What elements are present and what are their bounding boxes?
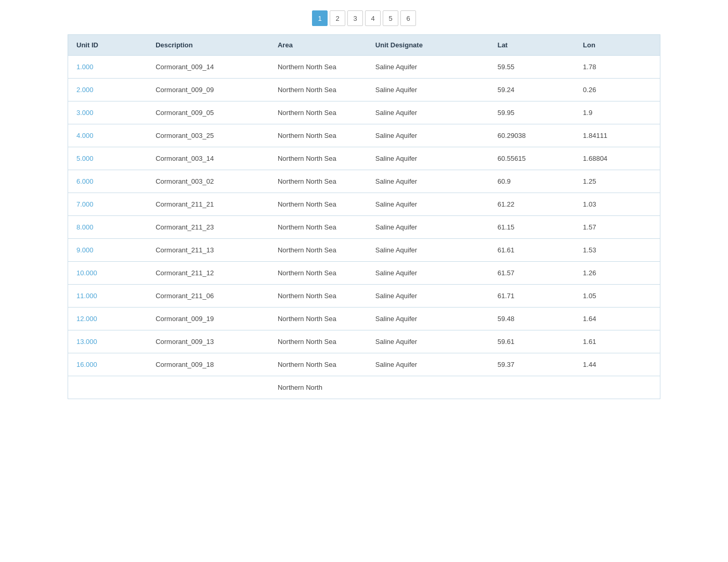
- cell-lat: 59.37: [489, 353, 575, 376]
- unit-id-link[interactable]: 2.000: [76, 86, 94, 94]
- page-button-3[interactable]: 3: [347, 10, 363, 26]
- page-button-2[interactable]: 2: [330, 10, 345, 26]
- cell-unit-id: 16.000: [68, 353, 148, 376]
- table-row: 1.000Cormorant_009_14Northern North SeaS…: [68, 56, 660, 79]
- cell-lon: 0.26: [575, 79, 660, 101]
- cell-description: Cormorant_009_09: [147, 79, 269, 101]
- cell-description: Cormorant_009_05: [147, 101, 269, 124]
- page-button-1[interactable]: 1: [312, 10, 328, 26]
- unit-id-link[interactable]: 5.000: [76, 155, 94, 162]
- unit-id-link[interactable]: 6.000: [76, 177, 94, 185]
- page-button-5[interactable]: 5: [383, 10, 398, 26]
- col-header-description: Description: [147, 35, 269, 56]
- page-button-4[interactable]: 4: [365, 10, 381, 26]
- table-row: 13.000Cormorant_009_13Northern North Sea…: [68, 330, 660, 353]
- table-row: 7.000Cormorant_211_21Northern North SeaS…: [68, 193, 660, 216]
- cell-lat: 61.22: [489, 193, 575, 216]
- cell-unit-id: 13.000: [68, 330, 148, 353]
- cell-lat: 61.57: [489, 262, 575, 285]
- cell-unit-id: 10.000: [68, 262, 148, 285]
- unit-id-link[interactable]: 8.000: [76, 223, 94, 231]
- cell-lat: 59.61: [489, 330, 575, 353]
- unit-id-link[interactable]: 10.000: [76, 269, 97, 277]
- cell-unit-designate: Saline Aquifer: [367, 147, 489, 170]
- table-row: 2.000Cormorant_009_09Northern North SeaS…: [68, 79, 660, 101]
- cell-lat: 59.48: [489, 308, 575, 330]
- cell-unit-designate: Saline Aquifer: [367, 353, 489, 376]
- col-header-unit-id: Unit ID: [68, 35, 148, 56]
- cell-lat: 60.29038: [489, 124, 575, 147]
- cell-unit-id: 3.000: [68, 101, 148, 124]
- cell-unit-designate: Saline Aquifer: [367, 124, 489, 147]
- cell-area: Northern North Sea: [269, 170, 367, 193]
- table-row: 8.000Cormorant_211_23Northern North SeaS…: [68, 216, 660, 239]
- cell-unit-designate: Saline Aquifer: [367, 285, 489, 308]
- unit-id-link[interactable]: 12.000: [76, 315, 97, 323]
- pagination: 123456: [68, 10, 660, 26]
- cell-lon: 1.44: [575, 353, 660, 376]
- cell-unit-designate: Saline Aquifer: [367, 170, 489, 193]
- page-button-6[interactable]: 6: [400, 10, 416, 26]
- unit-id-link[interactable]: 7.000: [76, 200, 94, 208]
- cell-description: Cormorant_211_13: [147, 239, 269, 262]
- cell-unit-designate: Saline Aquifer: [367, 193, 489, 216]
- cell-lon: 1.61: [575, 330, 660, 353]
- col-header-unit-designate: Unit Designate: [367, 35, 489, 56]
- cell-area: Northern North Sea: [269, 147, 367, 170]
- cell-lon: [575, 376, 660, 399]
- cell-description: [147, 376, 269, 399]
- cell-lon: 1.05: [575, 285, 660, 308]
- cell-lat: 59.55: [489, 56, 575, 79]
- cell-description: Cormorant_009_13: [147, 330, 269, 353]
- cell-description: Cormorant_211_06: [147, 285, 269, 308]
- col-header-lon: Lon: [575, 35, 660, 56]
- unit-id-link[interactable]: 13.000: [76, 338, 97, 346]
- cell-unit-id: 4.000: [68, 124, 148, 147]
- unit-id-link[interactable]: 3.000: [76, 109, 94, 117]
- cell-area: Northern North Sea: [269, 262, 367, 285]
- cell-lon: 1.26: [575, 262, 660, 285]
- cell-description: Cormorant_211_23: [147, 216, 269, 239]
- cell-lon: 1.25: [575, 170, 660, 193]
- cell-description: Cormorant_211_21: [147, 193, 269, 216]
- unit-id-link[interactable]: 1.000: [76, 63, 94, 71]
- cell-area: Northern North: [269, 376, 367, 399]
- cell-unit-designate: Saline Aquifer: [367, 239, 489, 262]
- unit-id-link[interactable]: 16.000: [76, 361, 97, 368]
- unit-id-link[interactable]: 11.000: [76, 292, 97, 300]
- cell-area: Northern North Sea: [269, 79, 367, 101]
- cell-area: Northern North Sea: [269, 330, 367, 353]
- cell-unit-id: 6.000: [68, 170, 148, 193]
- cell-area: Northern North Sea: [269, 353, 367, 376]
- unit-id-link[interactable]: 4.000: [76, 132, 94, 139]
- cell-area: Northern North Sea: [269, 285, 367, 308]
- table-row: 10.000Cormorant_211_12Northern North Sea…: [68, 262, 660, 285]
- table-row: 9.000Cormorant_211_13Northern North SeaS…: [68, 239, 660, 262]
- cell-area: Northern North Sea: [269, 56, 367, 79]
- cell-lat: [489, 376, 575, 399]
- cell-description: Cormorant_003_25: [147, 124, 269, 147]
- cell-unit-designate: Saline Aquifer: [367, 262, 489, 285]
- cell-unit-id: 12.000: [68, 308, 148, 330]
- col-header-lat: Lat: [489, 35, 575, 56]
- cell-lon: 1.84111: [575, 124, 660, 147]
- cell-area: Northern North Sea: [269, 308, 367, 330]
- data-table: Unit ID Description Area Unit Designate …: [68, 34, 660, 399]
- cell-description: Cormorant_009_18: [147, 353, 269, 376]
- cell-lat: 60.9: [489, 170, 575, 193]
- table-row: 5.000Cormorant_003_14Northern North SeaS…: [68, 147, 660, 170]
- cell-area: Northern North Sea: [269, 101, 367, 124]
- cell-lon: 1.9: [575, 101, 660, 124]
- cell-unit-id: 11.000: [68, 285, 148, 308]
- unit-id-link[interactable]: 9.000: [76, 246, 94, 254]
- cell-unit-id: 1.000: [68, 56, 148, 79]
- cell-unit-id: 5.000: [68, 147, 148, 170]
- cell-lat: 61.61: [489, 239, 575, 262]
- cell-unit-id: [68, 376, 148, 399]
- cell-unit-designate: Saline Aquifer: [367, 56, 489, 79]
- cell-lon: 1.57: [575, 216, 660, 239]
- table-row: 3.000Cormorant_009_05Northern North SeaS…: [68, 101, 660, 124]
- col-header-area: Area: [269, 35, 367, 56]
- cell-area: Northern North Sea: [269, 193, 367, 216]
- cell-lat: 60.55615: [489, 147, 575, 170]
